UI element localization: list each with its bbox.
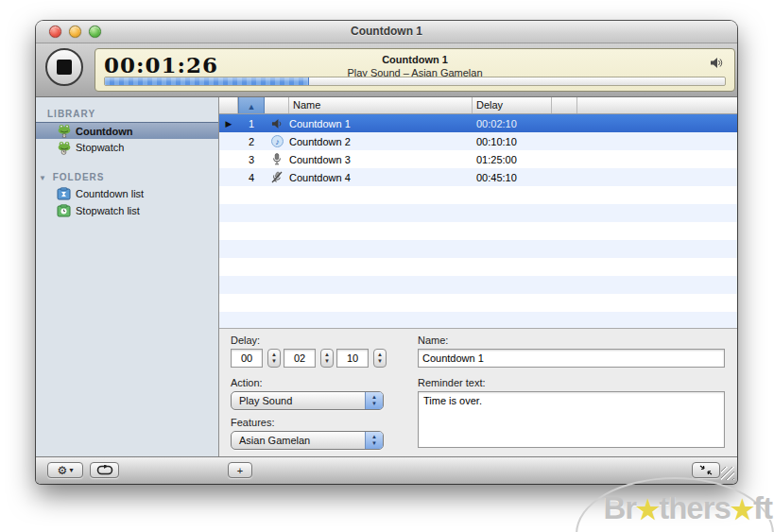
sidebar-item-label: Stopwatch [76, 142, 124, 153]
sidebar-item-label: Countdown list [76, 188, 144, 199]
resize-grip[interactable] [721, 467, 734, 480]
lcd-display: 00:01:26 Countdown 1 Play Sound – Asian … [95, 48, 735, 92]
loop-icon [96, 465, 113, 475]
table-row[interactable]: 3 Countdown 3 01:25:00 [219, 150, 737, 168]
add-button[interactable]: + [228, 462, 252, 478]
row-name: Countdown 3 [289, 154, 473, 165]
stopwatch-list-icon [57, 204, 72, 218]
app-window: Countdown 1 00:01:26 Countdown 1 Play So… [36, 21, 737, 484]
column-play[interactable] [219, 97, 238, 113]
row-name: Countdown 1 [289, 118, 473, 129]
popup-arrows-icon: ▲▼ [365, 432, 383, 449]
frog-countdown-icon [57, 124, 72, 138]
countdown-progress-bar [104, 77, 726, 86]
collapse-button[interactable] [692, 462, 720, 478]
speaker-icon [265, 118, 289, 129]
frog-stopwatch-icon [57, 141, 72, 155]
gear-menu-button[interactable]: ⚙ ▾ [47, 462, 83, 478]
detail-form: Delay: ▲▼ ▲▼ ▲▼ Action: Play Sound ▲▼ Fe… [219, 328, 737, 456]
sidebar-item-stopwatch[interactable]: Stopwatch [36, 139, 218, 156]
sidebar: LIBRARY Countdown Stopwatch ▼ FOLDERS [36, 97, 219, 456]
title-bar[interactable]: Countdown 1 [36, 21, 737, 43]
features-value: Asian Gamelan [232, 435, 365, 446]
row-delay: 00:02:10 [473, 118, 552, 129]
popup-arrows-icon: ▲▼ [365, 392, 383, 409]
reminder-label: Reminder text: [418, 377, 486, 388]
sidebar-item-countdown[interactable]: Countdown [36, 122, 218, 139]
table-header: ▲ Name Delay [219, 97, 737, 114]
music-icon: ♪ [265, 135, 289, 147]
action-value: Play Sound [232, 395, 365, 406]
sidebar-item-countdown-list[interactable]: Countdown list [36, 185, 218, 202]
column-filler [577, 97, 737, 113]
delay-label: Delay: [231, 335, 260, 346]
gear-icon: ⚙ [58, 464, 68, 477]
speaker-icon [710, 57, 723, 69]
delay-seconds-stepper[interactable]: ▲▼ [373, 349, 387, 368]
library-header: LIBRARY [36, 106, 218, 122]
microphone-muted-icon [265, 171, 289, 183]
loop-button[interactable] [90, 462, 119, 478]
column-number-sorted[interactable]: ▲ [238, 97, 265, 113]
plus-icon: + [237, 465, 243, 476]
row-number: 3 [238, 154, 265, 165]
row-number: 1 [238, 118, 265, 129]
name-label: Name: [418, 335, 448, 346]
name-field[interactable] [418, 349, 725, 368]
features-label: Features: [231, 417, 274, 428]
folders-header: ▼ FOLDERS [36, 169, 218, 185]
bottom-bar: ⚙ ▾ + [36, 456, 737, 484]
stop-button[interactable] [45, 48, 83, 86]
row-name: Countdown 4 [289, 172, 473, 183]
stop-icon [57, 60, 72, 75]
microphone-icon [265, 153, 289, 165]
reminder-text-field[interactable]: Time is over. [418, 391, 725, 448]
disclosure-triangle-icon[interactable]: ▼ [39, 174, 47, 182]
column-name[interactable]: Name [289, 97, 473, 113]
countdown-list: ▶ 1 Countdown 1 00:02:10 2 ♪ Countdown 2 [219, 114, 737, 328]
action-popup[interactable]: Play Sound ▲▼ [231, 391, 384, 410]
star-icon: ★ [731, 495, 753, 524]
table-row[interactable]: ▶ 1 Countdown 1 00:02:10 [219, 114, 737, 132]
watermark-logo: Br★thers★ft [603, 490, 772, 526]
sidebar-item-label: Stopwatch list [76, 205, 140, 216]
star-icon: ★ [636, 495, 659, 524]
row-delay: 00:10:10 [473, 136, 552, 147]
row-number: 2 [238, 136, 265, 147]
sidebar-item-label: Countdown [76, 126, 132, 137]
row-delay: 01:25:00 [473, 154, 552, 165]
row-name: Countdown 2 [289, 136, 473, 147]
delay-minutes-stepper[interactable]: ▲▼ [320, 349, 334, 368]
svg-text:♪: ♪ [275, 137, 280, 146]
action-label: Action: [231, 377, 263, 388]
toolbar: 00:01:26 Countdown 1 Play Sound – Asian … [36, 43, 737, 97]
table-row[interactable]: 2 ♪ Countdown 2 00:10:10 [219, 132, 737, 150]
delay-hours-field[interactable] [231, 349, 263, 368]
features-popup[interactable]: Asian Gamelan ▲▼ [231, 431, 384, 450]
window-title: Countdown 1 [36, 25, 737, 38]
progress-fill [105, 77, 309, 85]
sidebar-item-stopwatch-list[interactable]: Stopwatch list [36, 202, 218, 219]
collapse-arrows-icon [699, 465, 713, 475]
play-marker-icon: ▶ [219, 119, 238, 129]
lcd-title: Countdown 1 [95, 53, 734, 66]
delay-minutes-field[interactable] [284, 349, 316, 368]
sort-ascending-icon: ▲ [248, 102, 256, 112]
row-delay: 00:45:10 [473, 172, 552, 183]
row-number: 4 [238, 172, 265, 183]
delay-hours-stepper[interactable]: ▲▼ [267, 349, 281, 368]
column-extra[interactable] [552, 97, 577, 113]
column-icon[interactable] [265, 97, 289, 113]
chevron-down-icon: ▾ [69, 466, 73, 474]
delay-seconds-field[interactable] [336, 349, 369, 368]
countdown-list-icon [57, 187, 72, 201]
table-row[interactable]: 4 Countdown 4 00:45:10 [219, 168, 737, 186]
column-delay[interactable]: Delay [473, 97, 552, 113]
